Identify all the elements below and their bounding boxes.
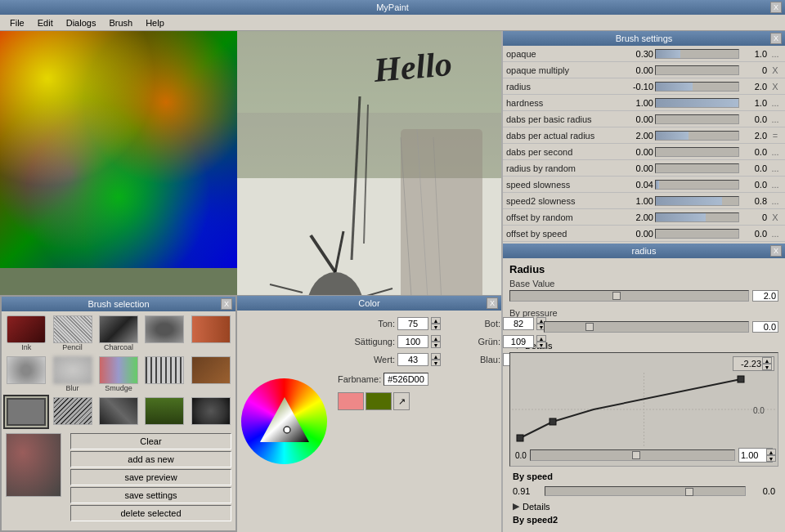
brush-item-pencil[interactable]: Pencil	[49, 313, 95, 354]
painting-area[interactable]: Hello	[237, 31, 501, 295]
settings-row-dabs-basic[interactable]: dabs per basic radius 0.00 0.0 ...	[503, 111, 785, 127]
brush-panel-close[interactable]: X	[221, 298, 232, 310]
swatch-green[interactable]	[366, 392, 392, 410]
add-as-new-button[interactable]: add as new	[70, 451, 231, 467]
menu-help[interactable]: Help	[139, 15, 171, 31]
graph-x-up[interactable]: ▲	[766, 449, 776, 455]
brush-settings-close[interactable]: X	[770, 33, 782, 44]
save-preview-button[interactable]: save preview	[70, 469, 231, 485]
settings-row-speed2-slow[interactable]: speed2 slowness 1.00 0.8 ...	[503, 193, 785, 209]
sattigung-down[interactable]: ▼	[431, 342, 441, 348]
settings-row-radius-random[interactable]: radius by random 0.00 0.0 ...	[503, 160, 785, 177]
brush-item-misc8[interactable]	[96, 395, 141, 429]
settings-slider-offset-random[interactable]	[655, 212, 739, 222]
brush-item-selected[interactable]	[3, 395, 49, 429]
settings-slider-dabs-actual[interactable]	[655, 131, 739, 141]
radius-close-btn[interactable]: X	[770, 245, 782, 257]
wert-spinner[interactable]: ▲ ▼	[431, 353, 441, 366]
curve-up-btn[interactable]: ▲	[762, 357, 772, 364]
settings-extra-radius[interactable]: X	[769, 82, 782, 92]
settings-slider-dabs-second[interactable]	[655, 147, 739, 157]
curve-spinner[interactable]: ▲ ▼	[762, 357, 772, 370]
settings-row-radius[interactable]: radius -0.10 2.0 X	[503, 78, 785, 95]
delete-selected-button[interactable]: delete selected	[70, 505, 231, 521]
brush-item-misc2[interactable]	[188, 313, 234, 354]
settings-slider-speed2-slow[interactable]	[655, 196, 739, 206]
menu-brush[interactable]: Brush	[102, 15, 139, 31]
brush-item-smudge[interactable]: Smudge	[96, 354, 141, 395]
sattigung-spinner[interactable]: ▲ ▼	[431, 335, 441, 348]
brush-item-blur[interactable]: Blur	[49, 354, 95, 395]
settings-slider-opaque[interactable]	[655, 49, 739, 59]
settings-row-offset-random[interactable]: offset by random 2.00 0 X	[503, 209, 785, 226]
graph-x-thumb[interactable]	[632, 451, 640, 459]
settings-slider-opaque-multiply[interactable]	[655, 65, 739, 75]
brush-item-charcoal[interactable]: Charcoal	[96, 313, 141, 354]
settings-row-hardness[interactable]: hardness 1.00 1.0 ...	[503, 95, 785, 111]
settings-extra-dabs-basic[interactable]: ...	[769, 114, 782, 124]
brush-item-misc9[interactable]	[141, 395, 187, 429]
wert-down[interactable]: ▼	[431, 360, 441, 366]
settings-extra-opaque-multiply[interactable]: X	[769, 65, 782, 75]
settings-extra-dabs-actual[interactable]: =	[769, 131, 782, 141]
pressure-slider[interactable]	[544, 321, 749, 333]
wert-up[interactable]: ▲	[431, 353, 441, 360]
brush-item-misc7[interactable]	[49, 395, 95, 429]
ton-input[interactable]	[397, 317, 428, 330]
graph-x-slider[interactable]	[530, 449, 735, 461]
cp2[interactable]	[550, 418, 556, 425]
color-wheel-selector[interactable]	[284, 427, 290, 433]
swatch-arrow-btn[interactable]: ↗	[393, 392, 410, 410]
cp3[interactable]	[738, 376, 744, 382]
brush-item-misc4[interactable]	[141, 354, 187, 395]
settings-slider-offset-speed[interactable]	[655, 229, 739, 239]
grun-spinner[interactable]: ▲ ▼	[536, 335, 546, 348]
cp1[interactable]	[517, 435, 523, 441]
color-wheel[interactable]	[241, 378, 327, 464]
wert-input[interactable]	[397, 353, 428, 366]
settings-extra-opaque[interactable]: ...	[769, 49, 782, 59]
settings-extra-radius-random[interactable]: ...	[769, 163, 782, 173]
ton-spinner[interactable]: ▲ ▼	[431, 317, 441, 330]
settings-slider-speed-slow[interactable]	[655, 180, 739, 190]
settings-extra-speed2-slow[interactable]: ...	[769, 196, 782, 206]
grun-up[interactable]: ▲	[536, 335, 546, 342]
settings-slider-dabs-basic[interactable]	[655, 114, 739, 124]
brush-item-misc5[interactable]	[188, 354, 234, 395]
settings-row-dabs-actual[interactable]: dabs per actual radius 2.00 2.0 =	[503, 127, 785, 144]
settings-slider-radius[interactable]	[655, 82, 739, 92]
settings-extra-speed-slow[interactable]: ...	[769, 180, 782, 190]
graph-x-spinner[interactable]: ▲ ▼	[766, 449, 776, 462]
settings-extra-offset-speed[interactable]: ...	[769, 229, 782, 239]
settings-row-opaque[interactable]: opaque 0.30 1.0 ...	[503, 46, 785, 62]
graph-x-down[interactable]: ▼	[766, 455, 776, 462]
bot-input[interactable]	[503, 317, 534, 330]
menu-file[interactable]: File	[3, 15, 31, 31]
radius-base-slider[interactable]	[509, 290, 749, 302]
clear-button[interactable]: Clear	[70, 433, 231, 449]
color-panel-close[interactable]: X	[487, 297, 498, 309]
save-settings-button[interactable]: save settings	[70, 487, 231, 503]
pressure-slider-thumb[interactable]	[585, 323, 594, 331]
settings-extra-offset-random[interactable]: X	[769, 212, 782, 222]
canvas-area[interactable]: Hello	[0, 31, 501, 295]
menu-dialogs[interactable]: Dialogs	[60, 15, 103, 31]
brush-item-misc1[interactable]	[141, 313, 187, 354]
grun-down[interactable]: ▼	[536, 342, 546, 348]
curve-value-input[interactable]	[735, 359, 761, 369]
brush-item-misc10[interactable]	[188, 395, 234, 429]
ton-down[interactable]: ▼	[431, 324, 441, 330]
settings-row-offset-speed[interactable]: offset by speed 0.00 0.0 ...	[503, 226, 785, 242]
speed-slider[interactable]	[545, 486, 746, 496]
grun-input[interactable]	[503, 335, 534, 348]
menu-edit[interactable]: Edit	[31, 15, 60, 31]
main-close-btn[interactable]: X	[770, 2, 782, 13]
graph-x-input[interactable]	[741, 450, 765, 460]
sattigung-input[interactable]	[397, 335, 428, 348]
settings-slider-hardness[interactable]	[655, 98, 739, 108]
settings-extra-hardness[interactable]: ...	[769, 98, 782, 108]
settings-row-dabs-second[interactable]: dabs per second 0.00 0.0 ...	[503, 144, 785, 160]
color-wheel-area[interactable]	[237, 311, 331, 532]
swatch-pink[interactable]	[338, 392, 364, 410]
ton-up[interactable]: ▲	[431, 317, 441, 324]
